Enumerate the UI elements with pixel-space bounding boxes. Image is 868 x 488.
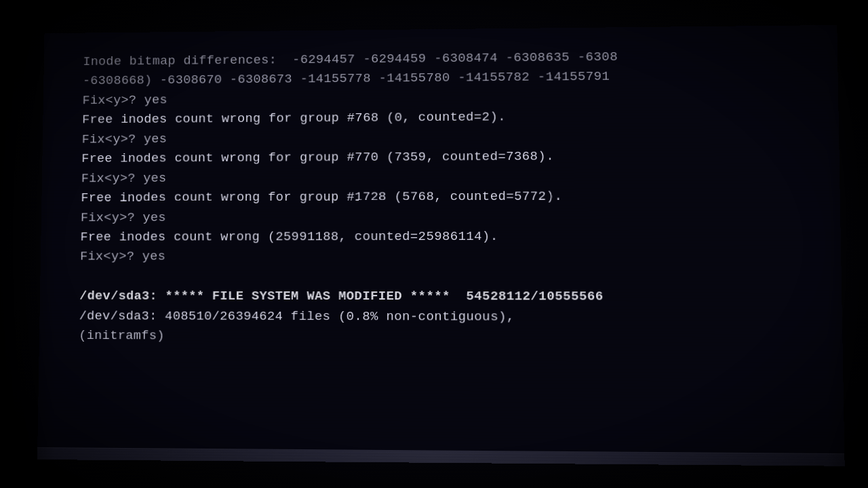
terminal-line-files: /dev/sda3: 408510/26394624 files (0.8% n… bbox=[79, 306, 814, 328]
terminal-line-fix5: Fix<y>? yes bbox=[80, 247, 813, 267]
terminal: Inode bitmap differences: -6294457 -6294… bbox=[37, 25, 845, 466]
terminal-line-free4: Free inodes count wrong (25991188, count… bbox=[80, 226, 812, 247]
screen: Inode bitmap differences: -6294457 -6294… bbox=[0, 0, 868, 488]
terminal-line-empty bbox=[79, 267, 813, 287]
terminal-line-fix3: Fix<y>? yes bbox=[81, 166, 812, 189]
terminal-line-initramfs: (initramfs) bbox=[79, 326, 814, 348]
terminal-wrapper: Inode bitmap differences: -6294457 -6294… bbox=[37, 25, 845, 466]
terminal-line-fix4: Fix<y>? yes bbox=[81, 206, 812, 228]
terminal-line-free2: Free inodes count wrong for group #770 (… bbox=[81, 146, 812, 169]
terminal-line-modified: /dev/sda3: ***** FILE SYSTEM WAS MODIFIE… bbox=[79, 287, 814, 308]
terminal-line-free3: Free inodes count wrong for group #1728 … bbox=[81, 186, 812, 208]
